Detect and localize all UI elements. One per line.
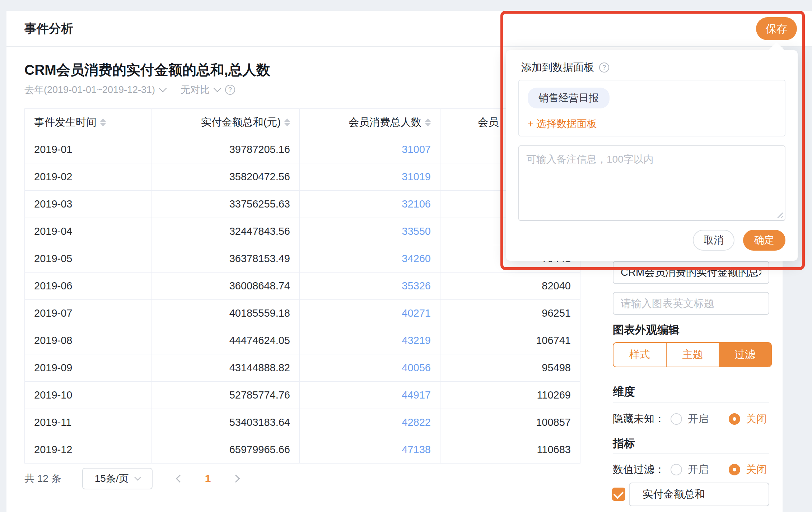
event-time-cell: 2019-10: [25, 382, 151, 409]
chart-title-input[interactable]: [613, 261, 769, 284]
members-link[interactable]: 43219: [402, 335, 431, 346]
note-textarea[interactable]: [518, 145, 785, 221]
fourth-metric-cell: 100857: [440, 409, 580, 436]
event-time-cell: 2019-12: [25, 436, 151, 464]
compare-dropdown[interactable]: 无对比: [181, 83, 210, 96]
members-cell: 40271: [300, 300, 440, 327]
dialog-title: 添加到数据面板: [521, 60, 594, 75]
fourth-metric-cell: 106741: [440, 327, 580, 354]
column-header-amount[interactable]: 实付金额总和(元): [151, 109, 300, 136]
event-time-cell: 2019-06: [25, 273, 151, 300]
members-link[interactable]: 31019: [402, 171, 431, 182]
metric-section-title: 指标: [613, 436, 635, 451]
total-count: 共 12 条: [24, 472, 61, 485]
radio-on-unselected[interactable]: [671, 413, 682, 425]
radio-off-label[interactable]: 关闭: [746, 412, 767, 426]
report-title: CRM会员消费的实付金额的总和,总人数: [24, 60, 270, 80]
radio-on-label[interactable]: 开启: [688, 412, 709, 426]
radio-on-unselected[interactable]: [671, 464, 682, 475]
column-header-members[interactable]: 会员消费总人数: [300, 109, 440, 136]
confirm-button[interactable]: 确定: [743, 230, 785, 251]
current-page[interactable]: 1: [205, 473, 211, 485]
fourth-metric-cell: 96251: [440, 300, 580, 327]
pagination: 共 12 条 15条/页 1: [24, 467, 239, 490]
event-time-cell: 2019-05: [25, 245, 151, 273]
amount-cell: 36008648.74: [151, 273, 300, 300]
fourth-metric-cell: 82040: [440, 273, 580, 300]
hide-unknown-row: 隐藏未知： 开启 关闭: [613, 411, 767, 427]
sort-icon[interactable]: [100, 118, 106, 126]
members-link[interactable]: 34260: [402, 253, 431, 264]
sort-icon[interactable]: [284, 118, 290, 126]
amount-cell: 35820472.56: [151, 163, 300, 191]
fourth-metric-cell: 110269: [440, 382, 580, 409]
radio-off-selected[interactable]: [729, 464, 740, 475]
fourth-metric-cell: 110683: [440, 436, 580, 464]
next-page-button[interactable]: [232, 475, 240, 483]
members-link[interactable]: 40056: [402, 362, 431, 373]
appearance-tabs: 样式 主题 过滤: [613, 342, 772, 367]
metric-item[interactable]: 实付金额总和: [629, 483, 769, 506]
amount-cell: 43144888.82: [151, 354, 300, 382]
metric-checkbox-checked[interactable]: [612, 488, 625, 501]
table-row: 2019-08 44474624.05 43219 106741: [25, 327, 580, 354]
members-cell: 34260: [300, 245, 440, 273]
page-title: 事件分析: [24, 20, 73, 37]
page-size-select[interactable]: 15条/页: [82, 468, 153, 489]
sort-icon[interactable]: [425, 118, 431, 126]
table-body: 2019-01 39787205.16 31007 2019-02 358204…: [25, 136, 580, 464]
choose-panel-link[interactable]: + 选择数据面板: [528, 117, 597, 131]
selected-panel-tag[interactable]: 销售经营日报: [528, 88, 610, 108]
help-icon[interactable]: ?: [225, 85, 235, 95]
members-link[interactable]: 42822: [402, 416, 431, 428]
cancel-button[interactable]: 取消: [693, 230, 734, 251]
members-link[interactable]: 33550: [402, 225, 431, 237]
column-label: 会员消费总人数: [349, 115, 421, 130]
members-cell: 35326: [300, 273, 440, 300]
members-cell: 43219: [300, 327, 440, 354]
radio-on-label[interactable]: 开启: [688, 462, 709, 477]
event-time-cell: 2019-01: [25, 136, 151, 163]
members-link[interactable]: 47138: [402, 444, 431, 455]
members-cell: 42822: [300, 409, 440, 436]
table-row: 2019-01 39787205.16 31007: [25, 136, 580, 163]
radio-off-label[interactable]: 关闭: [746, 462, 767, 477]
value-filter-label: 数值过滤：: [613, 462, 665, 477]
column-label: 会员: [478, 115, 499, 130]
members-link[interactable]: 35326: [402, 280, 431, 292]
amount-cell: 44474624.05: [151, 327, 300, 354]
report-filters: 去年(2019-01-01~2019-12-31) 无对比 ?: [24, 83, 235, 97]
dialog-header: 添加到数据面板 ?: [521, 60, 609, 75]
members-cell: 44917: [300, 382, 440, 409]
date-range-dropdown[interactable]: 去年(2019-01-01~2019-12-31): [24, 83, 155, 96]
table-row: 2019-09 43144888.82 40056 95498: [25, 354, 580, 382]
add-to-dashboard-dialog: 添加到数据面板 ? 销售经营日报 + 选择数据面板 取消 确定: [506, 50, 798, 261]
hide-unknown-label: 隐藏未知：: [613, 412, 665, 426]
table-row: 2019-05 36378153.49 34260 79441: [25, 245, 580, 273]
dimension-section-title: 维度: [613, 384, 635, 399]
chevron-down-icon: [214, 84, 221, 92]
divider: [613, 402, 769, 403]
help-icon[interactable]: ?: [599, 62, 609, 73]
members-link[interactable]: 31007: [402, 144, 431, 155]
radio-off-selected[interactable]: [729, 413, 740, 425]
column-header-event-time[interactable]: 事件发生时间: [25, 109, 151, 136]
event-time-cell: 2019-04: [25, 218, 151, 245]
members-cell: 40056: [300, 354, 440, 382]
members-cell: 32106: [300, 191, 440, 218]
table-row: 2019-12 65979965.66 47138 110683: [25, 436, 580, 464]
fourth-metric-cell: 95498: [440, 354, 580, 382]
table-row: 2019-11 53403183.64 42822 100857: [25, 409, 580, 436]
amount-cell: 65979965.66: [151, 436, 300, 464]
members-cell: 31007: [300, 136, 440, 163]
tab-theme[interactable]: 主题: [666, 343, 719, 367]
save-button[interactable]: 保存: [756, 17, 797, 40]
members-link[interactable]: 40271: [402, 307, 431, 319]
members-link[interactable]: 44917: [402, 389, 431, 401]
prev-page-button[interactable]: [176, 475, 184, 483]
chart-title-en-input[interactable]: [613, 292, 769, 315]
divider: [613, 453, 769, 454]
tab-filter[interactable]: 过滤: [719, 343, 771, 367]
members-link[interactable]: 32106: [402, 198, 431, 210]
tab-style[interactable]: 样式: [613, 343, 666, 367]
